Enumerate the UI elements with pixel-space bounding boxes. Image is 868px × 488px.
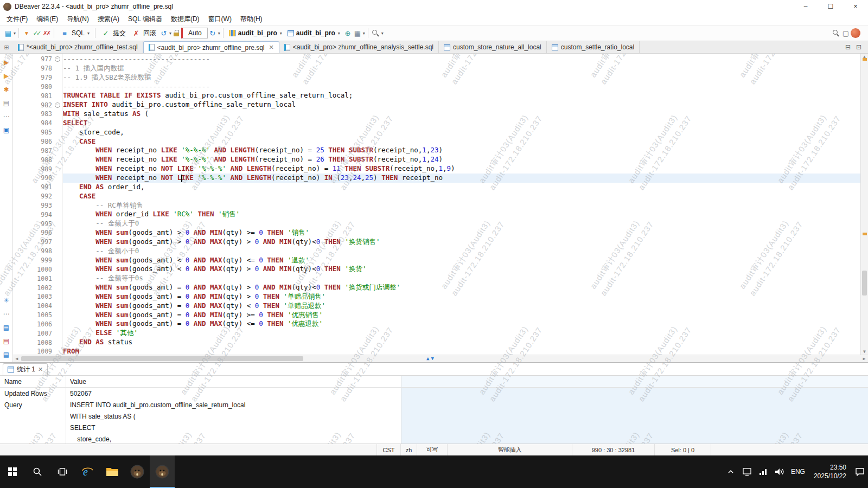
menu-item[interactable]: 编辑(E) — [32, 14, 62, 25]
code-line[interactable]: -- RC单算销售 — [63, 201, 860, 210]
code-line[interactable]: WHEN receipt_no LIKE '%-%-%' AND LENGTH(… — [63, 146, 860, 155]
editor-tab-3[interactable]: <audit_bi_pro> zhumr_offline_analysis_se… — [279, 41, 439, 53]
tray-display-button[interactable] — [739, 455, 755, 488]
stats-name-cell[interactable]: Query — [0, 399, 66, 410]
script-doc-icon[interactable] — [2, 99, 11, 107]
console-icon[interactable] — [2, 126, 11, 134]
code-line[interactable]: WHEN receipt_no LIKE '%-%-%' AND LENGTH(… — [63, 155, 860, 164]
close-icon[interactable]: ✕ — [269, 44, 274, 51]
horizontal-scroll-thumb[interactable] — [21, 356, 303, 361]
input-language-indicator[interactable]: ENG — [788, 455, 808, 488]
perspective-icon[interactable] — [841, 27, 851, 39]
code-line[interactable]: CASE — [63, 192, 860, 201]
maximize-editor-icon[interactable]: ⊡ — [856, 43, 861, 51]
statusbar-item-3[interactable]: 可写 — [417, 444, 447, 455]
code-line[interactable]: INSERT INTO audit_bi_pro.custom_offline_… — [63, 100, 860, 110]
sql-menu-button[interactable]: SQL ▾ — [57, 27, 92, 40]
stats-value-cell[interactable]: 502067 — [66, 388, 401, 399]
vertical-scroll-thumb[interactable] — [862, 271, 867, 296]
fold-marker-icon[interactable]: − — [55, 56, 60, 62]
taskbar-clock[interactable]: 23:50 2025/10/22 — [808, 455, 852, 488]
rollback-button[interactable]: 回滚 — [129, 27, 159, 40]
layout-icon[interactable] — [353, 27, 362, 39]
taskbar-search-button[interactable] — [25, 455, 50, 488]
code-line[interactable]: -- 金额大于0 — [63, 219, 860, 228]
editor-tab-1[interactable]: *<audit_bi_pro> zhumr_offline_test.sql — [13, 41, 143, 53]
transaction-log-icon[interactable] — [159, 27, 169, 39]
code-line[interactable]: -- 1 插入国内数据 — [63, 64, 860, 73]
tab-statistics[interactable]: 统计 1 ✕ — [3, 363, 48, 375]
scroll-down-icon[interactable]: ▼ — [861, 349, 868, 354]
editor-tab-5[interactable]: custom_settle_ratio_local — [547, 41, 640, 53]
maximize-button[interactable]: ☐ — [818, 0, 843, 13]
tx-mode-combo[interactable]: Auto — [181, 28, 208, 38]
vertical-scrollbar[interactable]: ▲ ▼ — [860, 54, 868, 355]
refresh-dropdown-icon[interactable]: ▾ — [218, 31, 220, 36]
double-check-icon[interactable] — [31, 27, 41, 39]
code-line[interactable]: WHEN sum(goods_amt) = 0 AND MAX(qty) <= … — [63, 319, 860, 329]
menu-item[interactable]: 搜索(A) — [93, 14, 124, 25]
menu-item[interactable]: 文件(F) — [2, 14, 32, 25]
code-line[interactable]: SELECT — [63, 119, 860, 128]
code-line[interactable]: TRUNCATE TABLE IF EXISTS audit_bi_pro.cu… — [63, 91, 860, 100]
menu-item[interactable]: 数据库(D) — [167, 14, 204, 25]
autocommit-lock-icon[interactable] — [171, 27, 181, 39]
restore-panel-icon[interactable]: ⊞ — [0, 41, 13, 53]
code-line[interactable]: WHEN order_id LIKE 'RC%' THEN '销售' — [63, 210, 860, 219]
search-button[interactable] — [371, 27, 381, 39]
settings-gear-icon[interactable] — [2, 296, 11, 305]
code-line[interactable]: WHEN sum(goods_amt) < 0 AND MAX(qty) <= … — [63, 256, 860, 265]
code-area[interactable]: -------------------------------------- 1… — [63, 54, 860, 355]
statusbar-item-1[interactable]: CST — [376, 444, 400, 455]
layout-dropdown-icon[interactable]: ▾ — [363, 31, 365, 36]
code-line[interactable]: FROM — [63, 347, 860, 355]
dbeaver-taskbar-button-1[interactable] — [125, 455, 150, 488]
code-line[interactable]: WHEN receipt_no NOT LIKE '%-%-%' AND LEN… — [63, 174, 860, 183]
stats-value-cell[interactable]: SELECT — [66, 422, 401, 433]
code-line[interactable]: ------------------------------------ — [63, 82, 860, 92]
minimize-button[interactable]: – — [793, 0, 818, 13]
stats-name-cell[interactable] — [0, 433, 66, 444]
more-actions-icon[interactable] — [2, 310, 11, 318]
pin-icon[interactable] — [22, 27, 31, 39]
code-line[interactable]: WHEN sum(goods_amt) > 0 AND MAX(qty) > 0… — [63, 237, 860, 247]
network-status-button[interactable] — [755, 455, 771, 488]
code-line[interactable]: WITH sale_status AS ( — [63, 110, 860, 119]
code-line[interactable]: END AS order_id, — [63, 183, 860, 192]
start-button[interactable] — [0, 455, 25, 488]
action-center-button[interactable] — [852, 455, 868, 488]
code-line[interactable]: WHEN sum(goods_amt) < 0 AND MAX(qty) > 0… — [63, 265, 860, 274]
code-line[interactable]: -- 1.9 插入SBZ老系统数据 — [63, 73, 860, 82]
stats-value-cell[interactable]: store_code, — [66, 433, 401, 444]
minimize-editor-icon[interactable]: ⊟ — [845, 43, 851, 51]
new-script-icon[interactable] — [3, 27, 13, 39]
volume-button[interactable] — [771, 455, 788, 488]
navigate-icon[interactable] — [343, 27, 353, 39]
refresh-icon[interactable] — [208, 27, 218, 39]
error-doc-icon[interactable] — [2, 337, 11, 345]
double-cross-icon[interactable] — [41, 27, 51, 39]
file-explorer-button[interactable] — [100, 455, 125, 488]
code-line[interactable]: WHEN sum(goods_amt) = 0 AND MIN(qty) >= … — [63, 311, 860, 320]
sash-down-icon[interactable]: ▼ — [431, 355, 433, 362]
stats-name-cell[interactable] — [0, 422, 66, 433]
code-line[interactable]: -- 金额等于0s — [63, 274, 860, 283]
code-line[interactable]: store_code, — [63, 128, 860, 137]
menu-item[interactable]: 帮助(H) — [236, 14, 267, 25]
stats-name-cell[interactable]: Updated Rows — [0, 388, 66, 399]
schema-selector[interactable]: audit_bi_pro ▾ — [285, 29, 343, 37]
search-dropdown-icon[interactable]: ▾ — [381, 31, 384, 36]
stats-header-value[interactable]: Value — [66, 376, 401, 387]
quick-access-search-button[interactable] — [831, 27, 841, 39]
internet-explorer-button[interactable]: e — [75, 455, 100, 488]
execute-script-icon[interactable] — [2, 72, 11, 80]
code-line[interactable]: WHEN sum(goods_amt) = 0 AND MIN(qty) > 0… — [63, 292, 860, 301]
statusbar-item-6[interactable]: Sel: 0 | 0 — [654, 444, 711, 455]
code-line[interactable]: WHEN sum(goods_amt) > 0 AND MIN(qty) >= … — [63, 228, 860, 237]
statusbar-item-4[interactable]: 智能插入 — [447, 444, 572, 455]
menu-item[interactable]: SQL 编辑器 — [124, 14, 167, 25]
task-view-button[interactable] — [50, 455, 75, 488]
stats-value-cell[interactable]: WITH sale_status AS ( — [66, 410, 401, 422]
code-line[interactable]: WHEN receipt_no NOT LIKE '%-%-%' AND LEN… — [63, 164, 860, 174]
code-line[interactable]: WHEN sum(goods_amt) = 0 AND MAX(qty) > 0… — [63, 283, 860, 292]
